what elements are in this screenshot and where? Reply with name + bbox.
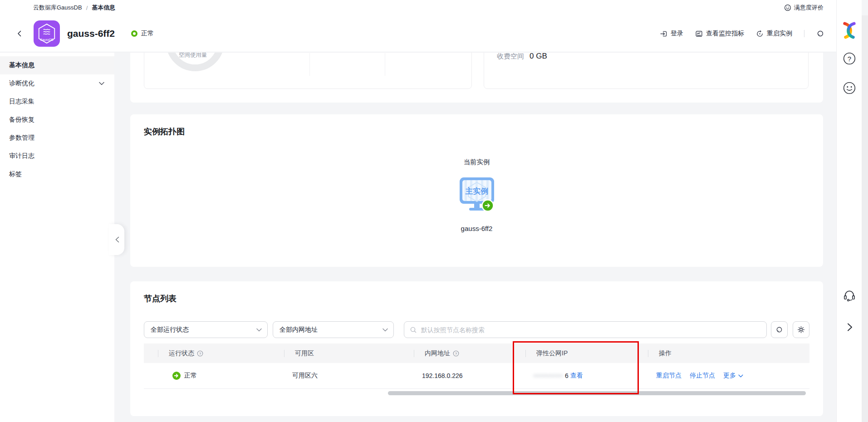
row-private-ip-cell: 192.168.0.226 bbox=[414, 372, 525, 379]
help-icon[interactable]: ? bbox=[453, 350, 459, 357]
table-settings-button[interactable] bbox=[793, 321, 809, 338]
monitor-chart-icon bbox=[695, 30, 703, 38]
sidebar-item-backup-restore[interactable]: 备份恢复 bbox=[0, 111, 114, 129]
node-table: 运行状态 ? 可用区 内网地址 ? 弹性公网IP 操作 bbox=[144, 343, 809, 389]
sidebar-item-basic-info[interactable]: 基本信息 bbox=[0, 56, 114, 74]
instance-status: 正常 bbox=[131, 29, 154, 38]
chevron-left-icon bbox=[115, 236, 120, 243]
overview-section: 空间使用量 收费空间 0 GB bbox=[130, 53, 823, 103]
svg-text:?: ? bbox=[847, 55, 851, 63]
billing-space-card: 收费空间 0 GB bbox=[484, 53, 809, 89]
node-search-input[interactable] bbox=[421, 326, 761, 334]
sidebar-nav: 基本信息 诊断优化 日志采集 备份恢复 参数管理 审计日志 标签 bbox=[0, 53, 114, 422]
topology-section: 实例拓扑图 当前实例 主实例 gauss-6ff2 bbox=[130, 114, 823, 267]
refresh-page-button[interactable] bbox=[816, 29, 824, 38]
node-list-filters: 全部运行状态 全部内网地址 bbox=[144, 321, 809, 338]
help-icon[interactable]: ? bbox=[197, 350, 203, 357]
stop-node-link[interactable]: 停止节点 bbox=[690, 372, 715, 380]
col-header-status: 运行状态 ? bbox=[158, 349, 284, 358]
row-status-cell: 正常 bbox=[158, 372, 284, 380]
gaussdb-console-page: 云数据库GaussDB / 基本信息 满意度评价 GaussDB bbox=[0, 0, 868, 422]
node-table-header: 运行状态 ? 可用区 内网地址 ? 弹性公网IP 操作 bbox=[144, 343, 809, 363]
svg-text:?: ? bbox=[455, 351, 457, 355]
logo-text: GaussDB bbox=[40, 38, 54, 41]
smiley-icon bbox=[784, 4, 791, 11]
collapse-toolbar-chevron-icon[interactable] bbox=[845, 322, 854, 332]
status-filter-select[interactable]: 全部运行状态 bbox=[144, 321, 268, 338]
node-list-title: 节点列表 bbox=[144, 293, 177, 304]
row-operations-cell: 重启节点 停止节点 更多 bbox=[648, 372, 809, 380]
more-actions-link[interactable]: 更多 bbox=[723, 372, 743, 380]
refresh-icon bbox=[816, 29, 824, 38]
storage-gauge-label: 空间使用量 bbox=[179, 53, 207, 59]
status-ring-icon bbox=[131, 30, 137, 37]
view-monitoring-button[interactable]: 查看监控指标 bbox=[695, 29, 744, 38]
breadcrumb-separator: / bbox=[86, 5, 88, 11]
header-actions: 登录 查看监控指标 重启实例 bbox=[660, 29, 824, 38]
assistant-logo-icon[interactable] bbox=[842, 21, 857, 40]
topology-section-title: 实例拓扑图 bbox=[144, 126, 185, 137]
sidebar-item-parameters[interactable]: 参数管理 bbox=[0, 129, 114, 147]
restart-instance-button[interactable]: 重启实例 bbox=[756, 29, 792, 38]
col-header-operations: 操作 bbox=[648, 349, 809, 358]
table-row: 正常 可用区六 192.168.0.226 ••••••••••• 6 查看 重… bbox=[144, 363, 809, 389]
restart-node-link[interactable]: 重启节点 bbox=[656, 372, 682, 380]
instance-name: gauss-6ff2 bbox=[67, 28, 115, 39]
login-icon bbox=[660, 30, 667, 38]
node-list-section: 节点列表 全部运行状态 全部内网地址 bbox=[130, 281, 823, 416]
sidebar-item-log-collection[interactable]: 日志采集 bbox=[0, 93, 114, 111]
storage-usage-card: 空间使用量 bbox=[144, 53, 472, 89]
chevron-down-icon bbox=[256, 328, 262, 332]
restart-icon bbox=[756, 30, 764, 38]
back-button[interactable] bbox=[15, 29, 24, 38]
satisfaction-survey-button[interactable]: 满意度评价 bbox=[784, 0, 824, 15]
row-eip-cell: ••••••••••• 6 查看 bbox=[525, 372, 648, 380]
primary-instance-label: 主实例 bbox=[465, 186, 488, 196]
search-icon bbox=[410, 326, 417, 334]
col-header-private-ip: 内网地址 ? bbox=[414, 349, 525, 358]
satisfaction-label: 满意度评价 bbox=[794, 4, 824, 12]
gear-icon bbox=[797, 326, 805, 334]
eip-tail: 6 bbox=[565, 372, 569, 379]
private-ip-filter-select[interactable]: 全部内网地址 bbox=[273, 321, 394, 338]
sidebar-collapse-handle[interactable] bbox=[109, 224, 124, 255]
sidebar-item-audit-log[interactable]: 审计日志 bbox=[0, 147, 114, 165]
eip-redacted-value: ••••••••••• bbox=[534, 372, 563, 379]
chevron-down-icon bbox=[383, 328, 388, 332]
billing-space-label: 收费空间 bbox=[497, 53, 524, 61]
chevron-down-icon bbox=[99, 82, 104, 85]
refresh-icon bbox=[775, 326, 783, 334]
chevron-down-icon bbox=[738, 374, 743, 378]
col-header-az: 可用区 bbox=[284, 349, 414, 358]
svg-text:?: ? bbox=[199, 351, 201, 355]
right-toolbar: ? bbox=[836, 0, 862, 422]
billing-space-value: 0 GB bbox=[530, 53, 547, 61]
node-search-box bbox=[404, 321, 767, 338]
eip-view-link[interactable]: 查看 bbox=[570, 372, 583, 380]
gaussdb-logo: GaussDB bbox=[34, 20, 60, 47]
sidebar-item-tags[interactable]: 标签 bbox=[0, 165, 114, 183]
row-az-cell: 可用区六 bbox=[284, 372, 414, 380]
window-scrollbar-track[interactable] bbox=[862, 15, 868, 422]
primary-instance-icon[interactable]: 主实例 bbox=[457, 177, 497, 216]
login-button[interactable]: 登录 bbox=[660, 29, 683, 38]
refresh-list-button[interactable] bbox=[771, 321, 788, 338]
breadcrumb: 云数据库GaussDB / 基本信息 满意度评价 bbox=[0, 0, 836, 15]
breadcrumb-current: 基本信息 bbox=[92, 4, 115, 12]
status-running-icon bbox=[172, 372, 181, 380]
current-instance-label: 当前实例 bbox=[464, 158, 490, 167]
breadcrumb-parent[interactable]: 云数据库GaussDB bbox=[33, 4, 82, 12]
feedback-smiley-icon[interactable] bbox=[843, 81, 856, 95]
topology-node-name: gauss-6ff2 bbox=[461, 225, 493, 232]
sidebar-item-diagnosis[interactable]: 诊断优化 bbox=[0, 74, 114, 93]
status-label: 正常 bbox=[141, 29, 154, 38]
col-header-eip: 弹性公网IP bbox=[525, 349, 648, 358]
horizontal-scrollbar-thumb[interactable] bbox=[388, 391, 806, 395]
support-headset-icon[interactable] bbox=[843, 289, 856, 303]
help-icon[interactable]: ? bbox=[843, 52, 856, 65]
instance-header: GaussDB gauss-6ff2 正常 登录 查看监控指标 重启实例 bbox=[0, 15, 836, 52]
actions-divider bbox=[804, 30, 804, 37]
